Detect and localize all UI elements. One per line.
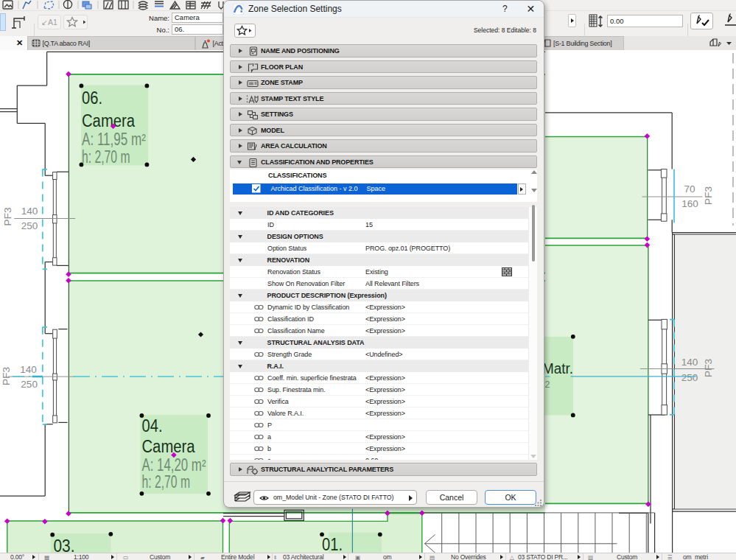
svg-text:A: 11,95 m²: A: 11,95 m² — [82, 130, 146, 149]
svg-text:140: 140 — [20, 364, 37, 375]
svg-text:A: 14,20 m²: A: 14,20 m² — [142, 455, 206, 475]
svg-text:Matr.: Matr. — [542, 360, 573, 377]
svg-text:250: 250 — [681, 372, 698, 383]
svg-text:140: 140 — [21, 206, 38, 217]
svg-text:Camera: Camera — [142, 437, 195, 456]
svg-text:PF3: PF3 — [703, 359, 714, 377]
svg-text:2: 2 — [545, 379, 550, 390]
svg-text:01.: 01. — [322, 535, 343, 553]
svg-text:03.: 03. — [54, 536, 75, 553]
svg-text:140: 140 — [681, 357, 698, 368]
svg-text:70: 70 — [684, 183, 695, 195]
svg-text:06.: 06. — [82, 88, 102, 108]
svg-text:160: 160 — [681, 198, 698, 209]
svg-text:250: 250 — [21, 379, 38, 390]
svg-text:250: 250 — [21, 220, 38, 231]
svg-text:Camera: Camera — [82, 111, 135, 130]
svg-text:h: 2,70 m: h: 2,70 m — [142, 472, 191, 491]
svg-text:PF3: PF3 — [703, 186, 714, 205]
svg-text:04.: 04. — [142, 416, 163, 435]
svg-text:PF3: PF3 — [1, 367, 12, 385]
svg-text:h: 2,70 m: h: 2,70 m — [82, 147, 130, 167]
svg-text:PF3: PF3 — [2, 208, 13, 226]
